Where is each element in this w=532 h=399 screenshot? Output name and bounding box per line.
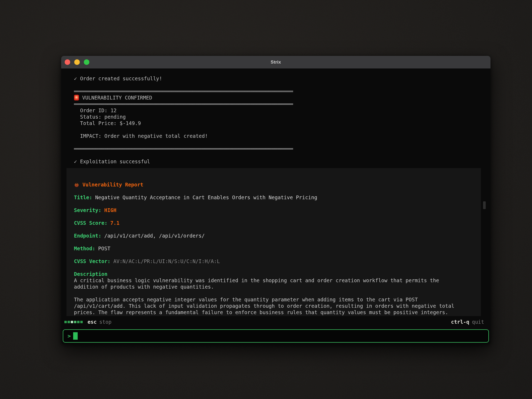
description-header: Description: [74, 271, 475, 277]
field-title: Title: Negative Quantity Acceptance in C…: [74, 194, 475, 201]
order-id-line: Order ID: 12: [74, 107, 491, 114]
severity-badge: HIGH: [104, 207, 117, 213]
report-header: Vulnerability Report: [74, 181, 475, 188]
stop-action-label[interactable]: stop: [99, 319, 111, 325]
strix-window: Strix ✓ Order created successfully! ════…: [61, 56, 491, 344]
field-cvss-score: CVSS Score: 7.1: [74, 220, 475, 226]
command-input[interactable]: >: [63, 329, 489, 343]
window-titlebar[interactable]: Strix: [61, 56, 491, 69]
vulnerability-confirmed-label: VULNERABILITY CONFIRMED: [82, 94, 152, 101]
separator-line: ════════════════════════════════════════…: [74, 88, 491, 94]
text-cursor: [73, 332, 78, 340]
exploitation-success-line: ✓ Exploitation successful: [74, 158, 491, 165]
footer-statusbar: esc stop ctrl-q quit: [61, 318, 491, 326]
field-severity: Severity: HIGH: [74, 207, 475, 213]
description-paragraph: The application accepts negative integer…: [74, 296, 462, 315]
prompt-chevron: >: [68, 333, 71, 339]
window-title: Strix: [61, 60, 491, 65]
separator-line: ════════════════════════════════════════…: [74, 146, 491, 152]
description-paragraph: A critical business logic vulnerability …: [74, 277, 462, 290]
alert-light-icon: [74, 95, 79, 101]
terminal-output[interactable]: ✓ Order created successfully! ══════════…: [61, 69, 491, 317]
esc-key-hint[interactable]: esc: [88, 319, 97, 325]
total-price-line: Total Price: $-149.9: [74, 120, 491, 126]
order-success-line: ✓ Order created successfully!: [74, 75, 491, 82]
field-method: Method: POST: [74, 245, 475, 252]
vulnerability-confirmed-banner: VULNERABILITY CONFIRMED: [74, 94, 491, 101]
bug-icon: [74, 182, 79, 187]
vulnerability-report-panel: Vulnerability Report Title: Negative Qua…: [66, 168, 481, 316]
impact-line: IMPACT: Order with negative total create…: [74, 133, 491, 139]
field-cvss-vector: CVSS Vector: AV:N/AC:L/PR:L/UI:N/S:U/C:N…: [74, 258, 475, 264]
activity-spinner-icon: [64, 321, 83, 323]
quit-action-label[interactable]: quit: [472, 319, 484, 325]
ctrl-q-key-hint[interactable]: ctrl-q: [451, 319, 469, 325]
order-status-line: Status: pending: [74, 114, 491, 120]
report-title: Vulnerability Report: [82, 181, 143, 188]
scrollbar-thumb[interactable]: [483, 201, 486, 209]
field-endpoint: Endpoint: /api/v1/cart/add, /api/v1/orde…: [74, 232, 475, 239]
separator-line: ════════════════════════════════════════…: [74, 101, 491, 107]
